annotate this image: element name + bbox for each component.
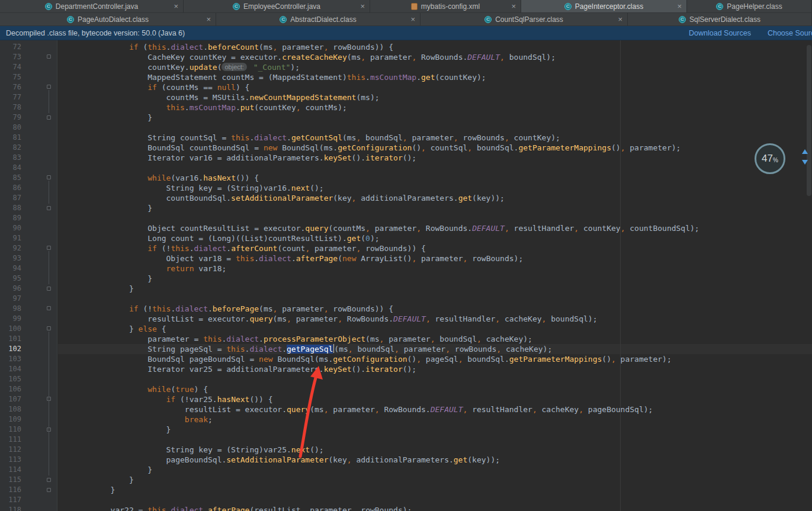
line-number[interactable]: 92 — [0, 243, 21, 253]
fold-marker-icon[interactable] — [47, 326, 51, 330]
code-line[interactable]: while(var16.hasNext()) { — [73, 173, 812, 183]
code-line[interactable]: if (this.dialect.beforeCount(ms, paramet… — [73, 42, 812, 52]
zoom-in-arrow-icon[interactable] — [802, 149, 808, 154]
code-line[interactable]: } — [73, 284, 812, 294]
fold-marker-icon[interactable] — [47, 488, 51, 492]
code-line[interactable]: } — [73, 203, 812, 213]
line-number[interactable]: 84 — [0, 163, 21, 173]
code-line[interactable]: String countSql = this.dialect.getCountS… — [73, 133, 812, 143]
tab-pageinterceptor-class[interactable]: CPageInterceptor.class× — [521, 0, 687, 12]
code-line[interactable]: pageBoundSql.setAdditionalParameter(key,… — [73, 455, 812, 465]
code-area[interactable]: if (this.dialect.beforeCount(ms, paramet… — [58, 40, 812, 511]
line-number[interactable]: 99 — [0, 314, 21, 324]
code-line[interactable]: Object countResultList = executor.query(… — [73, 223, 812, 233]
line-number[interactable]: 118 — [0, 505, 21, 511]
tab-sqlserverdialect-class[interactable]: CSqlServerDialect.class — [628, 13, 812, 25]
line-number[interactable]: 87 — [0, 193, 21, 203]
line-number[interactable]: 106 — [0, 384, 21, 394]
line-number[interactable]: 78 — [0, 102, 21, 113]
line-number[interactable]: 103 — [0, 354, 21, 364]
line-number[interactable]: 96 — [0, 284, 21, 294]
line-number[interactable]: 81 — [0, 133, 21, 143]
code-line[interactable]: countMs = MSUtils.newCountMappedStatemen… — [73, 92, 812, 102]
fold-marker-icon[interactable] — [47, 115, 51, 120]
code-editor[interactable]: 7273747576777879808182838485868788899091… — [0, 40, 812, 511]
code-line[interactable]: countBoundSql.setAdditionalParameter(key… — [73, 193, 812, 203]
banner-link-choose-sources[interactable]: Choose Sources — [768, 29, 812, 37]
code-line[interactable]: Long count = (Long)((List)countResultLis… — [73, 233, 812, 243]
fold-marker-icon[interactable] — [47, 478, 51, 482]
line-number[interactable]: 73 — [0, 52, 21, 62]
code-line[interactable] — [73, 435, 812, 445]
fold-marker-icon[interactable] — [47, 206, 51, 210]
close-icon[interactable]: × — [677, 3, 682, 10]
code-line[interactable]: Object var18 = this.dialect.afterPage(ne… — [73, 253, 812, 263]
line-number[interactable]: 80 — [0, 123, 21, 133]
line-number[interactable]: 89 — [0, 213, 21, 223]
code-line[interactable] — [73, 495, 812, 505]
code-line[interactable]: } else { — [73, 324, 812, 334]
fold-marker-icon[interactable] — [47, 85, 51, 89]
code-line[interactable]: if (!this.dialect.beforePage(ms, paramet… — [73, 304, 812, 314]
line-number[interactable]: 115 — [0, 475, 21, 485]
tab-pageautodialect-class[interactable]: CPageAutoDialect.class× — [0, 13, 216, 25]
code-line[interactable]: Iterator var16 = additionalParameters.ke… — [73, 153, 812, 163]
code-line[interactable] — [73, 163, 812, 173]
tab-abstractdialect-class[interactable]: CAbstractDialect.class× — [216, 13, 421, 25]
line-number[interactable]: 98 — [0, 304, 21, 314]
code-line[interactable]: BoundSql pageBoundSql = new BoundSql(ms.… — [73, 354, 812, 364]
line-number[interactable]: 74 — [0, 62, 21, 72]
code-line[interactable]: String key = (String)var16.next(); — [73, 183, 812, 193]
line-number[interactable]: 97 — [0, 294, 21, 304]
code-line[interactable]: if (countMs == null) { — [73, 82, 812, 92]
line-number[interactable]: 79 — [0, 113, 21, 123]
code-line[interactable]: } — [73, 475, 812, 485]
tab-departmentcontroller-java[interactable]: CDepartmentController.java× — [0, 0, 184, 12]
line-number[interactable]: 86 — [0, 183, 21, 193]
code-line[interactable]: BoundSql countBoundSql = new BoundSql(ms… — [73, 143, 812, 153]
line-number[interactable]: 109 — [0, 414, 21, 425]
code-line[interactable]: this.msCountMap.put(countKey, countMs); — [73, 102, 812, 113]
code-line[interactable]: String pageSql = this.dialect.getPageSql… — [58, 344, 812, 354]
close-icon[interactable]: × — [511, 3, 516, 10]
line-number[interactable]: 102 — [0, 344, 21, 354]
fold-marker-icon[interactable] — [47, 54, 51, 59]
line-number[interactable]: 104 — [0, 364, 21, 374]
code-line[interactable]: } — [73, 425, 812, 435]
fold-marker-icon[interactable] — [47, 306, 51, 310]
line-number[interactable]: 94 — [0, 263, 21, 274]
close-icon[interactable]: × — [410, 16, 415, 23]
line-number[interactable]: 105 — [0, 374, 21, 384]
code-line[interactable] — [73, 123, 812, 133]
code-line[interactable]: if (!this.dialect.afterCount(count, para… — [73, 243, 812, 253]
fold-marker-icon[interactable] — [47, 246, 51, 250]
code-line[interactable]: } — [73, 485, 812, 495]
code-line[interactable]: } — [73, 465, 812, 475]
tab-pagehelper-class[interactable]: CPageHelper.class — [687, 0, 812, 12]
line-number[interactable]: 90 — [0, 223, 21, 233]
line-number[interactable]: 77 — [0, 92, 21, 102]
line-number[interactable]: 82 — [0, 143, 21, 153]
code-line[interactable]: break; — [73, 414, 812, 425]
close-icon[interactable]: × — [618, 16, 622, 23]
code-line[interactable]: var22 = this.dialect.afterPage(resultLis… — [73, 505, 812, 511]
close-icon[interactable]: × — [206, 16, 211, 23]
line-number[interactable]: 83 — [0, 153, 21, 163]
line-number[interactable]: 112 — [0, 445, 21, 455]
code-line[interactable]: CacheKey countKey = executor.createCache… — [73, 52, 812, 62]
line-number[interactable]: 100 — [0, 324, 21, 334]
line-number[interactable]: 93 — [0, 253, 21, 263]
code-line[interactable]: resultList = executor.query(ms, paramete… — [73, 404, 812, 414]
tab-employeecontroller-java[interactable]: CEmployeeController.java× — [184, 0, 370, 12]
line-number[interactable]: 116 — [0, 485, 21, 495]
code-line[interactable]: } — [73, 274, 812, 284]
line-number[interactable]: 114 — [0, 465, 21, 475]
fold-marker-icon[interactable] — [47, 175, 51, 179]
line-number[interactable]: 113 — [0, 455, 21, 465]
line-number[interactable]: 107 — [0, 394, 21, 404]
tab-mybatis-config-xml[interactable]: mybatis-config.xml× — [370, 0, 521, 12]
code-line[interactable]: MappedStatement countMs = (MappedStateme… — [73, 72, 812, 82]
line-number[interactable]: 76 — [0, 82, 21, 92]
line-number[interactable]: 110 — [0, 425, 21, 435]
tab-countsqlparser-class[interactable]: CCountSqlParser.class× — [421, 13, 628, 25]
